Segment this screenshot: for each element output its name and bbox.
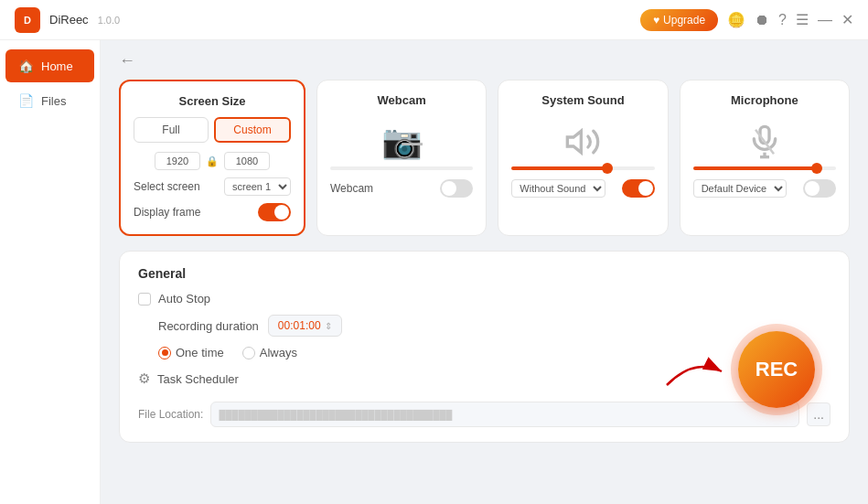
file-path-value: ████████████████████████████████████ [219, 410, 452, 420]
height-input[interactable] [224, 152, 270, 170]
main-content: ← Screen Size Full Custom 🔒 [101, 40, 868, 504]
always-label: Always [260, 346, 297, 359]
titlebar-actions: ♥ Upgrade 🪙 ⏺ ? ☰ — ✕ [640, 9, 853, 31]
microphone-thumb [811, 163, 822, 174]
files-icon: 📄 [18, 93, 34, 108]
one-time-label: One time [176, 346, 224, 359]
sidebar-item-home[interactable]: 🏠 Home [5, 49, 94, 82]
one-time-radio[interactable] [158, 347, 171, 359]
file-location-label: File Location: [138, 408, 203, 421]
system-sound-thumb [602, 163, 613, 174]
system-sound-select[interactable]: Without Sound [511, 179, 605, 198]
home-icon: 🏠 [18, 59, 34, 73]
auto-stop-label: Auto Stop [158, 292, 210, 306]
webcam-label: Webcam [330, 182, 373, 195]
cards-row: Screen Size Full Custom 🔒 Select screen … [119, 80, 850, 236]
select-screen-row: Select screen screen 1 [134, 177, 291, 196]
always-option[interactable]: Always [242, 346, 297, 359]
titlebar: D DiReec 1.0.0 ♥ Upgrade 🪙 ⏺ ? ☰ — ✕ [0, 0, 868, 40]
microphone-slider[interactable] [693, 166, 836, 170]
select-screen-label: Select screen [134, 180, 200, 193]
sound-icon-area [511, 116, 654, 166]
auto-stop-row: Auto Stop [138, 292, 830, 306]
menu-icon[interactable]: ☰ [796, 11, 809, 28]
system-sound-slider[interactable] [511, 166, 654, 170]
arrow-area [658, 349, 731, 397]
general-title: General [138, 266, 830, 281]
display-frame-label: Display frame [134, 206, 200, 219]
one-time-option[interactable]: One time [158, 346, 224, 359]
microphone-toggle[interactable] [803, 179, 836, 198]
lock-icon: 🔒 [206, 155, 219, 167]
microphone-title: Microphone [693, 93, 836, 107]
speaker-icon [564, 123, 601, 160]
screen-size-buttons: Full Custom [134, 117, 291, 143]
close-icon[interactable]: ✕ [841, 11, 853, 28]
rec-button[interactable]: REC [738, 331, 815, 408]
resolution-row: 🔒 [134, 152, 291, 170]
auto-stop-checkbox[interactable] [138, 293, 151, 306]
display-frame-row: Display frame [134, 203, 291, 221]
main-layout: 🏠 Home 📄 Files ← Screen Size Full Custom [0, 40, 868, 504]
coin-icon[interactable]: 🪙 [727, 11, 745, 28]
sidebar-item-files[interactable]: 📄 Files [5, 84, 94, 117]
webcam-icon-area: 📷̶ [330, 116, 473, 166]
app-name: DiReec [49, 13, 89, 27]
microphone-bottom: Default Device [693, 179, 836, 198]
gear-icon: ⚙ [138, 370, 150, 387]
sidebar-item-files-label: Files [41, 94, 66, 108]
webcam-card: Webcam 📷̶ Webcam [316, 80, 487, 236]
width-input[interactable] [155, 152, 200, 170]
heart-icon: ♥ [653, 14, 659, 27]
webcam-bottom: Webcam [330, 179, 473, 198]
record-icon[interactable]: ⏺ [755, 12, 769, 28]
sidebar-item-home-label: Home [41, 59, 73, 73]
system-sound-card: System Sound Without Sound [498, 80, 668, 236]
minimize-icon[interactable]: — [818, 12, 832, 28]
rec-outer-ring: REC [731, 324, 822, 415]
app-version: 1.0.0 [98, 15, 120, 26]
always-radio[interactable] [242, 347, 255, 359]
rec-button-area: REC [731, 324, 822, 415]
webcam-title: Webcam [330, 93, 473, 107]
webcam-toggle[interactable] [440, 179, 473, 198]
recording-duration-label: Recording duration [158, 319, 259, 333]
system-sound-bottom: Without Sound [511, 179, 654, 198]
time-input[interactable]: 00:01:00 ⇕ [268, 315, 342, 337]
mic-icon-area [693, 116, 836, 166]
full-button[interactable]: Full [134, 117, 209, 143]
custom-button[interactable]: Custom [214, 117, 291, 143]
display-frame-toggle[interactable] [258, 203, 291, 221]
screen-size-card: Screen Size Full Custom 🔒 Select screen … [119, 80, 305, 236]
upgrade-button[interactable]: ♥ Upgrade [640, 9, 718, 31]
microphone-icon [746, 123, 783, 160]
sidebar: 🏠 Home 📄 Files [0, 40, 101, 504]
microphone-select[interactable]: Default Device [693, 179, 787, 198]
webcam-slider[interactable] [330, 166, 473, 170]
screen-select[interactable]: screen 1 [224, 177, 291, 196]
task-scheduler-label: Task Scheduler [157, 372, 239, 386]
file-path-display: ████████████████████████████████████ [210, 402, 799, 427]
content-wrapper: ← Screen Size Full Custom 🔒 [119, 51, 850, 443]
webcam-off-icon: 📷̶ [381, 123, 423, 161]
microphone-card: Microphone [680, 80, 850, 236]
back-button[interactable]: ← [119, 51, 135, 70]
screen-size-title: Screen Size [134, 94, 291, 108]
recording-duration-row: Recording duration 00:01:00 ⇕ [158, 315, 830, 337]
system-sound-title: System Sound [511, 93, 654, 107]
app-logo: D [15, 7, 40, 33]
spin-icon: ⇕ [325, 321, 332, 331]
help-icon[interactable]: ? [778, 12, 787, 28]
arrow-icon [658, 349, 731, 394]
file-location-row: File Location: █████████████████████████… [138, 402, 830, 427]
system-sound-toggle[interactable] [622, 179, 655, 198]
time-value: 00:01:00 [278, 319, 321, 332]
